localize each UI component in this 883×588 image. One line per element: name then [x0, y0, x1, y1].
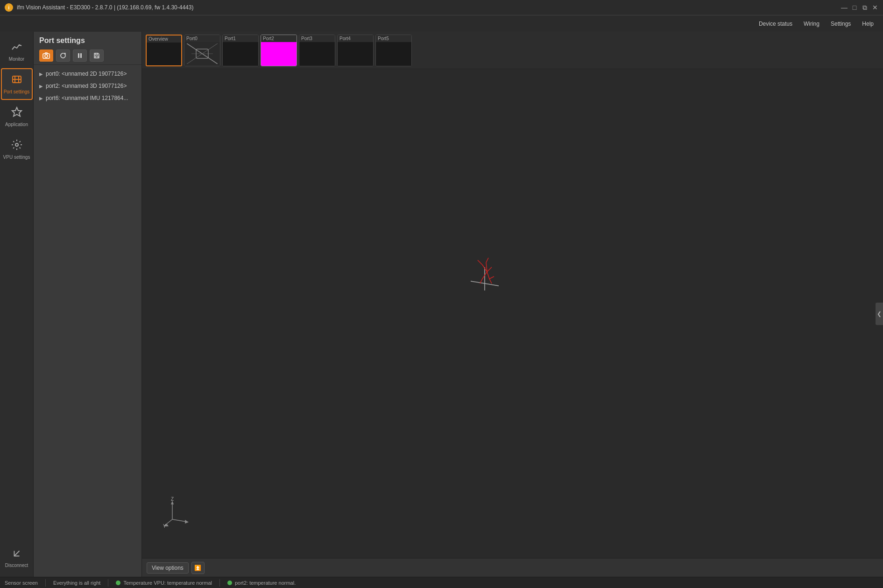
restore-button[interactable]: ⧉: [862, 4, 868, 11]
svg-line-6: [14, 551, 19, 556]
port-tree-item-6[interactable]: ▶ port6: <unnamed IMU 1217864...: [34, 92, 141, 104]
temp-vpu-label: Temperature VPU: temperature normal: [123, 580, 212, 586]
temp-port2-label: port2: temperature normal.: [235, 580, 296, 586]
thumbnail-port2-label: Port2: [261, 35, 297, 42]
refresh-toolbar-button[interactable]: [56, 50, 70, 62]
svg-rect-11: [80, 53, 82, 58]
svg-line-23: [487, 272, 489, 279]
svg-point-8: [45, 55, 48, 57]
svg-rect-13: [95, 53, 98, 55]
sidebar-item-monitor[interactable]: Monitor: [1, 35, 33, 67]
temp-vpu-indicator: [116, 581, 120, 585]
titlebar-title: ifm Vision Assistant - E3D300 - 2.8.7.0 …: [17, 4, 193, 11]
monitor-icon: [11, 41, 22, 55]
everything-ok-label: Everything is all right: [53, 580, 101, 586]
tree-arrow-6: ▶: [39, 96, 43, 101]
port-tree: ▶ port0: <unnamed 2D 19077126> ▶ port2: …: [34, 65, 141, 577]
thumbnail-port3-label: Port3: [299, 35, 335, 42]
port-tree-label-6: port6: <unnamed IMU 1217864...: [46, 95, 128, 101]
temp-port2-indicator: [227, 581, 232, 585]
svg-line-29: [489, 279, 492, 283]
thumbnail-port5-label: Port5: [376, 35, 411, 42]
status-temp-port2: port2: temperature normal.: [227, 580, 296, 586]
thumbnail-port2-preview: [261, 42, 297, 66]
port-panel-title: Port settings: [34, 32, 141, 48]
svg-line-22: [487, 267, 492, 272]
menu-help[interactable]: Help: [857, 19, 878, 29]
thumbnail-port0-preview: [184, 42, 220, 66]
thumbnail-port3-preview: [299, 42, 335, 66]
menubar: Device status Wiring Settings Help: [0, 15, 883, 32]
thumbnails-bar: Overview Port0: [142, 32, 883, 69]
status-temp-vpu: Temperature VPU: temperature normal: [116, 580, 212, 586]
svg-marker-35: [185, 520, 189, 524]
thumbnail-port3[interactable]: Port3: [299, 35, 335, 66]
main-container: Monitor Port settings Application: [0, 32, 883, 577]
thumbnail-port0-label: Port0: [184, 35, 220, 42]
app-icon: i: [5, 3, 13, 12]
sidebar-item-port-settings[interactable]: Port settings: [1, 68, 33, 100]
thumbnail-overview-preview: [147, 43, 181, 65]
menu-wiring[interactable]: Wiring: [799, 19, 824, 29]
svg-rect-10: [78, 53, 79, 58]
viewport[interactable]: ❮: [142, 69, 883, 558]
svg-line-34: [172, 519, 186, 522]
thumbnail-port4-label: Port4: [338, 35, 373, 42]
sidebar-item-vpu-settings[interactable]: VPU settings: [1, 134, 33, 165]
pause-toolbar-button[interactable]: [73, 50, 87, 62]
port-panel-toolbar: [34, 48, 141, 65]
camera-toolbar-button[interactable]: [39, 50, 53, 62]
svg-marker-4: [12, 107, 21, 116]
thumbnail-port2[interactable]: Port2: [261, 35, 297, 66]
titlebar-controls: — □ ⧉ ✕: [841, 4, 878, 11]
viewport-collapse-button[interactable]: ❮: [876, 303, 883, 325]
close-button[interactable]: ✕: [872, 4, 878, 11]
disconnect-label: Disconnect: [5, 563, 28, 568]
disconnect-icon: [12, 548, 22, 561]
menu-device-status[interactable]: Device status: [754, 19, 797, 29]
sidebar: Monitor Port settings Application: [0, 32, 34, 577]
svg-line-24: [489, 276, 494, 279]
port-tree-label-0: port0: <unnamed 2D 19077126>: [46, 71, 127, 77]
port-tree-item-2[interactable]: ▶ port2: <unnamed 3D 19077126>: [34, 80, 141, 92]
port-panel: Port settings: [34, 32, 142, 577]
sensor-screen-label: Sensor screen: [5, 580, 38, 586]
thumbnail-port0[interactable]: Port0: [184, 35, 220, 66]
thumbnail-port4-preview: [338, 42, 373, 66]
status-sensor-screen: Sensor screen: [5, 580, 38, 586]
svg-rect-12: [95, 56, 98, 58]
svg-point-5: [15, 143, 18, 146]
menu-settings[interactable]: Settings: [826, 19, 855, 29]
thumbnail-overview-label: Overview: [147, 35, 181, 43]
content-area: Overview Port0: [142, 32, 883, 577]
thumbnail-port5-preview: [376, 42, 411, 66]
thumbnail-overview[interactable]: Overview: [146, 35, 182, 66]
disconnect-button[interactable]: Disconnect: [1, 542, 33, 574]
view-options-button[interactable]: View options: [147, 562, 189, 574]
thumbnail-port1[interactable]: Port1: [222, 35, 259, 66]
svg-line-28: [486, 258, 488, 262]
status-divider-3: [219, 579, 220, 587]
thumbnail-port1-label: Port1: [223, 35, 258, 42]
tree-arrow-2: ▶: [39, 84, 43, 89]
axis-indicator: Z Y: [161, 496, 193, 530]
sidebar-monitor-label: Monitor: [9, 57, 24, 62]
thumbnail-port5[interactable]: Port5: [375, 35, 412, 66]
maximize-button[interactable]: □: [851, 4, 858, 11]
status-divider-2: [108, 579, 108, 587]
view-options-label: View options: [152, 565, 184, 571]
application-icon: [11, 106, 22, 120]
minimize-button[interactable]: —: [841, 4, 848, 11]
save-toolbar-button[interactable]: [90, 50, 104, 62]
svg-text:Y: Y: [163, 524, 166, 529]
collapse-arrows-button[interactable]: ⏫: [191, 562, 205, 574]
port-tree-item-0[interactable]: ▶ port0: <unnamed 2D 19077126>: [34, 68, 141, 80]
sidebar-vpu-settings-label: VPU settings: [3, 155, 30, 160]
thumbnail-port4[interactable]: Port4: [337, 35, 374, 66]
sidebar-port-settings-label: Port settings: [4, 89, 30, 94]
sidebar-item-application[interactable]: Application: [1, 101, 33, 133]
svg-text:Z: Z: [171, 496, 174, 502]
collapse-arrows-icon: ⏫: [194, 565, 201, 571]
sidebar-bottom: Disconnect: [0, 542, 33, 577]
viewport-bottom-toolbar: View options ⏫: [142, 558, 883, 577]
